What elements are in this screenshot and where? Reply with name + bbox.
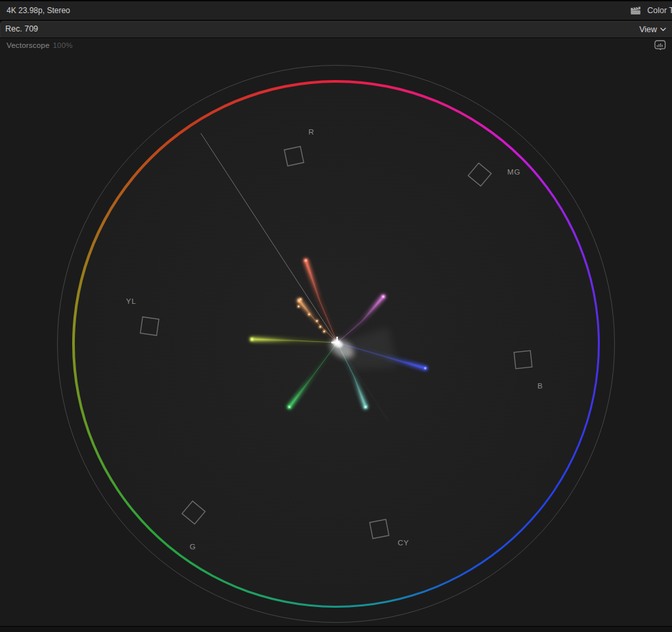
target-box-B <box>514 350 532 368</box>
clip-info-label: 4K 23.98p, Stereo <box>7 1 70 20</box>
target-YL: YL <box>126 297 159 335</box>
clip-bar-right-group: Color T <box>630 1 672 20</box>
target-G: G <box>182 501 205 551</box>
clapperboard-icon[interactable] <box>630 6 641 15</box>
colorspace-label: Rec. 709 <box>5 21 38 37</box>
window-bottom-edge <box>0 626 672 632</box>
chevron-down-icon <box>660 28 666 32</box>
target-label-B: B <box>537 382 543 390</box>
target-box-R <box>284 146 304 166</box>
target-box-MG <box>468 163 491 186</box>
target-label-G: G <box>190 543 196 551</box>
target-label-R: R <box>308 128 314 136</box>
view-label: View <box>639 25 657 34</box>
skin-tone-line <box>201 133 337 343</box>
color-panel-label[interactable]: Color T <box>647 6 672 15</box>
trace-yellow <box>250 337 337 343</box>
target-box-YL <box>140 317 159 335</box>
target-MG: MG <box>468 163 520 186</box>
center-white-glow <box>327 327 398 369</box>
view-menu-button[interactable]: View <box>639 21 666 37</box>
target-box-G <box>182 501 205 524</box>
scope-canvas: RMGBCYGYL <box>0 38 672 627</box>
target-label-MG: MG <box>507 168 520 176</box>
trace-red <box>304 259 337 343</box>
target-box-CY <box>369 519 388 538</box>
target-R: R <box>284 128 314 166</box>
trace-skin-orange <box>297 298 337 343</box>
target-CY: CY <box>369 519 409 547</box>
target-label-YL: YL <box>126 297 136 305</box>
vectorscope-panel: Vectorscope100% RMGBCYGYL <box>0 38 672 627</box>
scope-header-bar: Rec. 709 View <box>0 21 672 37</box>
trace-green <box>287 343 337 409</box>
target-label-CY: CY <box>398 539 410 547</box>
clip-info-bar: 4K 23.98p, Stereo Color T <box>0 0 672 20</box>
target-B: B <box>514 350 543 390</box>
